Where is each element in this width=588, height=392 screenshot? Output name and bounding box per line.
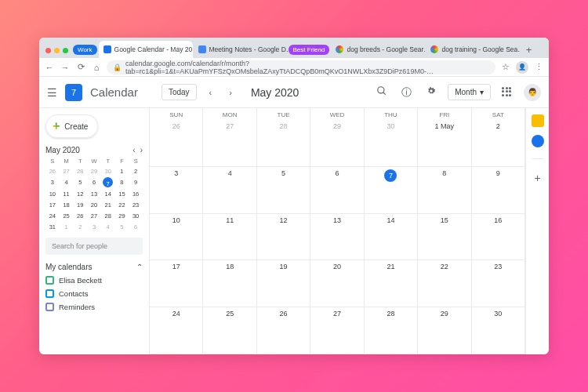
account-avatar[interactable]: 👨 (524, 84, 541, 101)
close-window-icon[interactable] (45, 48, 51, 53)
day-cell[interactable]: 27 (310, 307, 364, 354)
day-cell[interactable]: 5 (257, 167, 310, 214)
today-button[interactable]: Today (162, 84, 197, 100)
mini-day[interactable]: 26 (45, 166, 60, 176)
bookmark-icon[interactable]: ☆ (500, 62, 511, 72)
create-button[interactable]: + Create (45, 114, 98, 138)
day-cell[interactable]: 17 (150, 260, 203, 307)
mini-day[interactable]: 18 (60, 200, 74, 209)
calendar-item[interactable]: Reminders (45, 303, 143, 311)
mini-day[interactable]: 1 (115, 166, 129, 176)
day-cell[interactable]: 23 (472, 260, 525, 307)
add-addon-button[interactable]: + (534, 172, 540, 184)
reload-button[interactable]: ⟳ (75, 62, 86, 72)
mini-day[interactable]: 1 (60, 222, 74, 231)
minimize-window-icon[interactable] (54, 48, 60, 53)
mini-day[interactable]: 29 (87, 166, 101, 176)
day-cell[interactable]: 29 (418, 307, 471, 354)
day-cell[interactable]: 26 (257, 307, 310, 354)
day-cell[interactable]: 30 (472, 307, 525, 354)
mini-day[interactable]: 27 (87, 211, 101, 220)
mini-day[interactable]: 11 (60, 189, 74, 198)
tasks-icon[interactable] (532, 135, 544, 147)
day-cell[interactable]: 24 (150, 307, 203, 354)
chevron-up-icon[interactable]: ⌃ (136, 263, 143, 271)
day-cell[interactable]: 28 (257, 120, 310, 167)
mini-day[interactable]: 3 (87, 222, 101, 231)
day-cell[interactable]: 18 (203, 260, 256, 307)
mini-day[interactable]: 17 (45, 200, 60, 209)
day-cell[interactable]: 4 (203, 167, 256, 214)
day-cell[interactable]: 9 (472, 167, 525, 214)
maximize-window-icon[interactable] (63, 48, 68, 53)
day-cell[interactable]: 11 (203, 214, 256, 261)
my-calendars-title[interactable]: My calendars (45, 263, 92, 271)
new-tab-button[interactable]: + (521, 44, 536, 56)
mini-next-button[interactable]: › (140, 146, 143, 154)
calendar-item[interactable]: Elisa Beckett (45, 276, 143, 285)
mini-day[interactable]: 6 (129, 222, 143, 231)
support-icon[interactable]: ⓘ (398, 85, 415, 100)
browser-tab[interactable]: dog breeds - Google Sear…× (331, 41, 425, 58)
mini-prev-button[interactable]: ‹ (132, 146, 135, 154)
forward-button[interactable]: → (60, 63, 71, 72)
mini-day[interactable]: 25 (60, 211, 74, 220)
browser-tab[interactable]: dog training - Google Sea…× (426, 41, 520, 58)
main-menu-icon[interactable]: ☰ (47, 86, 57, 99)
mini-day[interactable]: 27 (60, 166, 74, 176)
mini-day[interactable]: 28 (101, 211, 115, 220)
mini-day[interactable]: 19 (73, 200, 87, 209)
mini-day[interactable]: 31 (45, 222, 60, 231)
day-cell[interactable]: 26 (150, 120, 203, 167)
mini-day[interactable]: 15 (115, 189, 129, 198)
day-cell[interactable]: 20 (310, 260, 364, 307)
day-cell[interactable]: 21 (365, 260, 418, 307)
mini-day[interactable]: 8 (115, 177, 129, 187)
mini-day[interactable]: 2 (129, 166, 143, 176)
day-cell[interactable]: 12 (257, 214, 310, 261)
day-cell[interactable]: 14 (365, 214, 418, 261)
day-cell[interactable]: 25 (203, 307, 256, 354)
day-cell[interactable]: 6 (310, 167, 364, 214)
day-cell[interactable]: 3 (150, 167, 203, 214)
day-cell[interactable]: 28 (365, 307, 418, 354)
day-cell[interactable]: 2 (472, 120, 525, 167)
mini-day[interactable]: 22 (115, 200, 129, 209)
settings-icon[interactable] (423, 85, 440, 99)
day-cell[interactable]: 27 (203, 120, 256, 167)
mini-day[interactable]: 13 (87, 189, 101, 198)
mini-day[interactable]: 29 (115, 211, 129, 220)
url-field[interactable]: 🔒 calendar.google.com/calendar/r/month?t… (107, 60, 495, 74)
prev-month-button[interactable]: ‹ (205, 88, 217, 97)
day-cell[interactable]: 22 (418, 260, 471, 307)
mini-day[interactable]: 2 (73, 222, 87, 231)
profile-avatar[interactable]: 👤 (516, 61, 528, 74)
calendar-checkbox[interactable] (45, 289, 54, 298)
tab-group-chip[interactable]: Best Friend (289, 45, 330, 55)
mini-day[interactable]: 7 (103, 177, 113, 187)
mini-day[interactable]: 5 (115, 222, 129, 231)
mini-day[interactable]: 21 (101, 200, 115, 209)
day-cell[interactable]: 13 (310, 214, 364, 261)
calendar-item[interactable]: Contacts (45, 289, 143, 298)
mini-day[interactable]: 24 (45, 211, 60, 220)
search-icon[interactable] (373, 85, 390, 99)
mini-day[interactable]: 4 (101, 222, 115, 231)
day-cell[interactable]: 7 (365, 167, 418, 214)
mini-day[interactable]: 23 (129, 200, 143, 209)
back-button[interactable]: ← (44, 63, 55, 72)
day-cell[interactable]: 30 (365, 120, 418, 167)
mini-day[interactable]: 30 (101, 166, 115, 176)
search-people-input[interactable]: Search for people (45, 238, 143, 255)
mini-day[interactable]: 10 (45, 189, 60, 198)
day-cell[interactable]: 8 (418, 167, 471, 214)
apps-launcher-icon[interactable] (499, 87, 516, 98)
mini-day[interactable]: 4 (60, 177, 74, 187)
home-button[interactable]: ⌂ (91, 63, 102, 72)
mini-calendar[interactable]: SMTWTFS262728293012345678910111213141516… (45, 158, 143, 231)
day-cell[interactable]: 10 (150, 214, 203, 261)
next-month-button[interactable]: › (224, 88, 237, 97)
mini-day[interactable]: 6 (87, 177, 101, 187)
day-cell[interactable]: 15 (418, 214, 471, 261)
mini-day[interactable]: 30 (129, 211, 143, 220)
